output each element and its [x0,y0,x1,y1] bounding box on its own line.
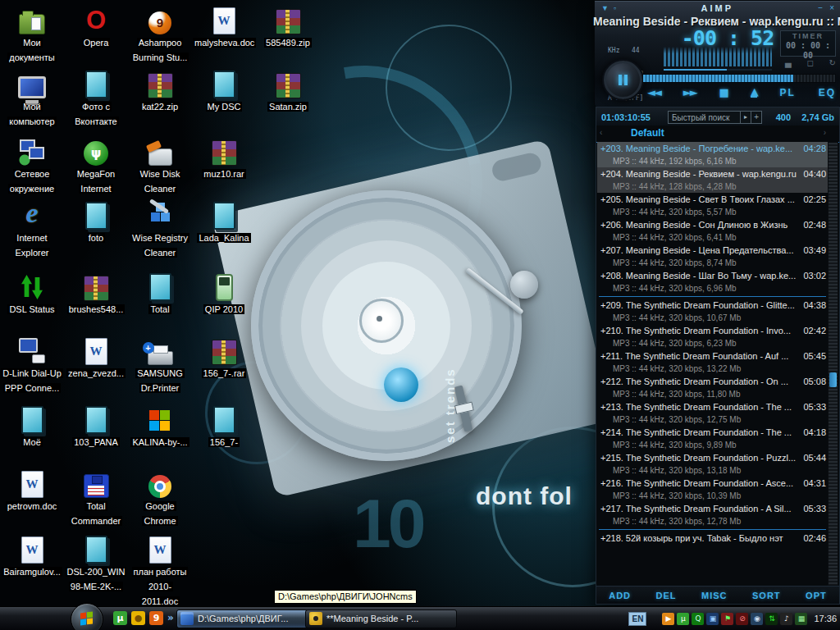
desktop-icon[interactable]: Total [129,271,191,316]
desktop-icon[interactable]: 585489.zip [257,4,319,49]
search-add-icon[interactable]: + [751,112,761,123]
taskbar-task-button[interactable]: D:\Games\php\ДВИГ... [176,609,326,628]
desktop-icon[interactable]: Сетевое окружение [1,135,63,195]
desktop-icon[interactable]: brushes548... [65,271,127,316]
eject-button[interactable]: ▲ [751,88,757,98]
player-close-icon[interactable]: × [829,3,834,12]
desktop-icon[interactable]: D-Link Dial-Up PPP Conne... [1,335,63,395]
playlist-track[interactable]: +208. Meaning Beside - Шаг Во Тьму - wap… [597,269,828,294]
playlist-track[interactable]: +207. Meaning Beside - Цена Предательств… [597,244,828,269]
playlist-scrollbar[interactable] [828,142,838,586]
playlist-group-header[interactable] [599,529,826,530]
desktop-icon[interactable]: 156_7- [193,404,255,449]
taskbar-clock[interactable]: 17:36 [814,607,837,630]
seek-bar[interactable] [642,74,836,83]
player-minimize-icon[interactable]: − [818,3,823,12]
network-connection-tray-icon[interactable]: ▣ [706,613,719,625]
desktop-icon[interactable]: DSL-200_WIN 98-ME-2K-... [65,533,127,593]
tab-scroll-right-icon[interactable]: › [824,128,826,137]
playlist-track[interactable]: +215. The Synthetic Dream Foundation - P… [597,451,828,477]
desktop-icon[interactable]: Wise Disk Cleaner [129,135,191,195]
playlist-track[interactable]: +210. The Synthetic Dream Foundation - I… [597,324,828,349]
previous-button[interactable]: ◄◄ [647,86,660,98]
desktop-icon[interactable]: Total Commander [65,468,127,527]
playlist-track[interactable]: +211. The Synthetic Dream Foundation - A… [597,349,828,375]
desktop-icon[interactable]: Google Chrome [129,468,191,527]
playlist-toggle-button[interactable]: PL [779,87,795,98]
qip-tray-icon[interactable]: Q [692,613,704,625]
player-menu-icon[interactable]: ▼ [601,4,609,12]
playlist-track[interactable]: +204. Meaning Beside - Реквием - wap.ken… [597,167,828,193]
desktop-icon[interactable]: petrovm.doc [1,468,63,513]
quicklaunch-chevron-icon[interactable]: » [167,611,174,625]
desktop-icon[interactable]: Bairamgulov... [1,533,63,578]
tab-scroll-left-icon[interactable]: ‹ [600,128,602,137]
quick-search-box[interactable]: Быстрый поиск ▸ + [668,111,762,124]
misc-button[interactable]: MISC [701,591,728,600]
utorrent-quicklaunch-icon[interactable]: µ [113,611,127,625]
stop-button[interactable]: ■ [719,86,728,98]
sort-button[interactable]: SORT [752,591,781,600]
playlist-track[interactable]: +214. The Synthetic Dream Foundation - T… [597,426,828,451]
firewall-tray-icon[interactable]: ⊘ [736,613,748,625]
desktop-icon[interactable]: Wise Registry Cleaner [129,199,191,259]
desktop-icon[interactable]: muz10.rar [193,135,255,180]
delete-button[interactable]: DEL [656,591,677,600]
ashampoo-quicklaunch-icon[interactable]: 9 [149,611,163,625]
aimp-tray-icon[interactable]: ▶ [662,613,674,625]
desktop-icon[interactable]: QIP 2010 [193,271,255,316]
start-button[interactable] [71,603,103,630]
play-pause-button[interactable] [602,59,644,101]
options-button[interactable]: OPT [806,591,827,600]
language-indicator[interactable]: EN [628,612,646,626]
desktop-icon[interactable]: Satan.zip [257,68,319,113]
shuffle-icon[interactable]: ↻ [829,58,836,67]
repeat-icon[interactable]: ◻ [807,58,814,67]
add-button[interactable]: ADD [609,591,631,600]
desktop-icon[interactable]: Internet Explorer [1,199,63,259]
desktop-icon[interactable]: план работы 2010-2011.doc [129,533,191,608]
search-next-icon[interactable]: ▸ [740,112,751,123]
playlist-track[interactable]: +209. The Synthetic Dream Foundation - G… [597,299,828,324]
playlist-track[interactable]: +206. Meaning Beside - Сон Длиною в Жизн… [597,218,828,244]
desktop-icon[interactable]: Ashampoo Burning Stu... [129,4,191,64]
playlist-track[interactable]: +216. The Synthetic Dream Foundation - A… [597,477,828,502]
taskbar-task-button[interactable]: **Meaning Beside - P... [305,609,457,628]
desktop-icon[interactable]: KALINA-by-... [129,404,191,449]
playlist-track[interactable]: +213. The Synthetic Dream Foundation - T… [597,400,828,426]
antivirus-tray-icon[interactable]: ⚑ [721,613,733,625]
desktop-icon[interactable]: Моё [1,404,63,449]
desktop-icon[interactable]: SAMSUNG Dr.Printer [129,335,191,395]
playlist-track[interactable]: +218. 52й козырь при уч. Tabak - Быдло н… [597,532,828,545]
next-button[interactable]: ►► [683,86,696,98]
playlist-group-header[interactable] [599,296,826,297]
playlist-scrollbar-thumb[interactable] [829,372,837,387]
desktop-icon[interactable]: 156_7-.rar [193,335,255,380]
equalizer-toggle-button[interactable]: EQ [819,87,836,98]
desktop-icon[interactable]: My DSC [193,68,255,113]
desktop-icon[interactable]: kat22.zip [129,68,191,113]
playlist-track[interactable]: +212. The Synthetic Dream Foundation - O… [597,375,828,400]
player-title-bar[interactable]: ▼ ▫ AIMP − × [595,1,840,14]
desktop-icon[interactable]: foto [65,199,127,244]
task-scheduler-tray-icon[interactable]: ◉ [751,613,763,625]
desktop-icon[interactable]: Lada_Kalina [193,199,255,244]
playlist-track[interactable]: +217. The Synthetic Dream Foundation - A… [597,502,828,527]
lan-tray-icon[interactable]: ▦ [795,613,807,625]
dsl-status-tray-icon[interactable]: ⇅ [765,613,778,625]
playlist-track[interactable]: +203. Meaning Beside - Погребение - wap.… [597,142,828,167]
desktop-icon[interactable]: DSL Status [1,271,63,316]
desktop-icon[interactable]: MegaFon Internet [65,135,127,195]
desktop-icon[interactable]: Мои документы [1,4,63,64]
volume-tray-icon[interactable]: ♪ [780,613,792,625]
desktop-icon[interactable]: Opera [65,4,127,49]
desktop-icon[interactable]: malysheva.doc [193,4,255,49]
desktop-icon[interactable]: Мой компьютер [1,68,63,128]
playlist-tab-default[interactable]: Default [631,127,664,139]
desktop-icon[interactable]: Фото с Вконтакте [65,68,127,128]
utorrent-tray-icon[interactable]: µ [677,613,689,625]
qip-quicklaunch-icon[interactable]: ● [131,611,145,625]
playlist-track[interactable]: +205. Meaning Beside - Свет В Твоих Глаз… [597,193,828,218]
visualization-icon[interactable]: ▄ [785,58,792,67]
desktop-icon[interactable]: zena_zvezd... [65,335,127,380]
